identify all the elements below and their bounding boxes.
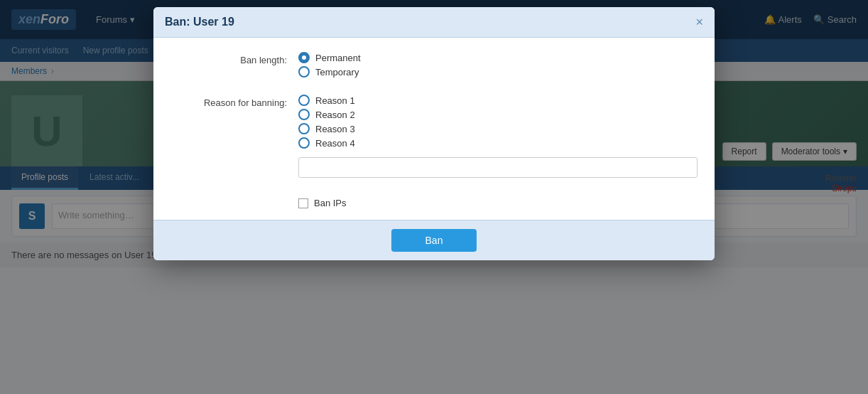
ban-length-row: Ban length: Permanent Temporary (170, 52, 698, 80)
radio-reason3-circle (298, 123, 310, 134)
modal-header: Ban: User 19 × (153, 7, 715, 38)
reason-controls: Reason 1 Reason 2 Reason 3 Reason 4 (298, 95, 698, 178)
radio-permanent[interactable]: Permanent (298, 52, 698, 63)
radio-reason4-label: Reason 4 (315, 138, 355, 149)
ban-length-controls: Permanent Temporary (298, 52, 698, 80)
ban-modal: Ban: User 19 × Ban length: Permanent Tem… (153, 7, 715, 260)
ban-ips-spacer (170, 192, 298, 195)
modal-title: Ban: User 19 (165, 16, 234, 28)
radio-reason1-circle (298, 95, 310, 106)
radio-reason1[interactable]: Reason 1 (298, 95, 698, 106)
radio-reason3-label: Reason 3 (315, 124, 355, 134)
radio-temporary-circle (298, 66, 310, 78)
radio-temporary[interactable]: Temporary (298, 66, 698, 78)
radio-reason1-label: Reason 1 (315, 95, 355, 106)
radio-reason2-circle (298, 109, 310, 120)
ban-submit-button[interactable]: Ban (391, 229, 477, 252)
modal-body: Ban length: Permanent Temporary Reason f… (153, 38, 715, 220)
radio-reason4[interactable]: Reason 4 (298, 137, 698, 149)
reason-row: Reason for banning: Reason 1 Reason 2 Re… (170, 95, 698, 178)
ban-ips-label: Ban IPs (314, 198, 347, 208)
ban-ips-checkbox[interactable] (298, 198, 308, 208)
ban-ips-controls: Ban IPs (298, 192, 698, 208)
ban-ips-option[interactable]: Ban IPs (298, 198, 698, 208)
modal-footer: Ban (153, 220, 715, 260)
modal-overlay: Ban: User 19 × Ban length: Permanent Tem… (0, 0, 868, 394)
reason-label: Reason for banning: (170, 95, 298, 108)
radio-permanent-circle (298, 52, 310, 63)
modal-close-button[interactable]: × (695, 16, 703, 28)
radio-reason3[interactable]: Reason 3 (298, 123, 698, 134)
radio-reason4-circle (298, 137, 310, 149)
reason-custom-input[interactable] (298, 157, 698, 178)
ban-ips-row: Ban IPs (170, 192, 698, 208)
ban-length-label: Ban length: (170, 52, 298, 65)
radio-reason2[interactable]: Reason 2 (298, 109, 698, 120)
radio-permanent-label: Permanent (315, 53, 361, 63)
radio-temporary-label: Temporary (315, 67, 359, 78)
radio-reason2-label: Reason 2 (315, 110, 355, 120)
